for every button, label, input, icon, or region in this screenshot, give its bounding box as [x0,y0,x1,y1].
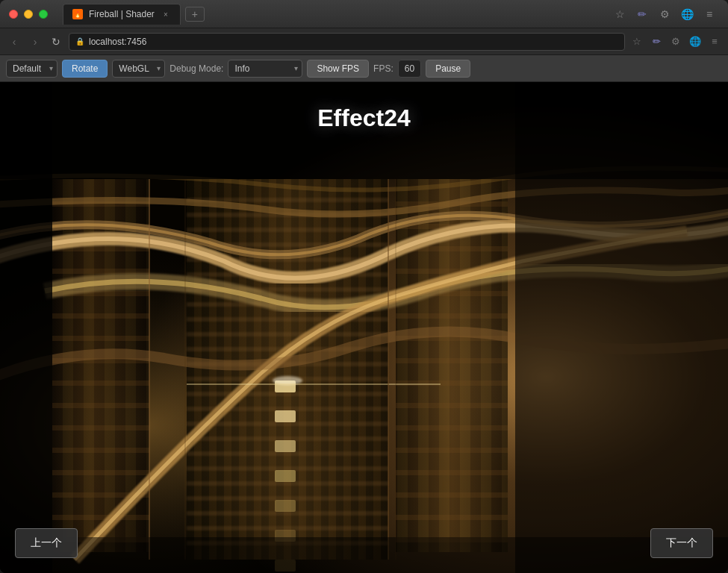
new-tab-button[interactable]: + [185,7,205,22]
addressbar: ‹ › ↻ 🔒 localhost:7456 ☆ ✏ ⚙ 🌐 ≡ [0,28,728,55]
globe-icon[interactable]: 🌐 [677,6,697,22]
debug-mode-label: Debug Mode: [169,63,223,74]
svg-rect-70 [275,410,296,422]
webgl-select-wrapper: WebGL [112,60,165,78]
svg-rect-40 [52,269,149,274]
extension-icon1[interactable]: ✏ [649,34,664,49]
browser-window: 🔥 Fireball | Shader × + ☆ ✏ ⚙ 🌐 ≡ ‹ › ↻ … [0,0,728,573]
active-tab[interactable]: 🔥 Fireball | Shader × [63,4,181,25]
effect-title: Effect24 [0,104,728,132]
svg-rect-67 [396,515,508,520]
toolbar: Default Rotate WebGL Debug Mode: Info No… [0,55,728,82]
forward-button[interactable]: › [27,34,43,50]
close-button[interactable] [9,10,18,19]
pause-button[interactable]: Pause [426,60,470,78]
url-text: localhost:7456 [89,37,618,47]
svg-rect-43 [52,336,149,341]
debug-mode-select-wrapper: Info None Wireframe [228,60,302,78]
svg-rect-73 [275,500,296,512]
prev-button[interactable]: 上一个 [15,528,78,558]
svg-rect-60 [396,358,508,363]
back-button[interactable]: ‹ [6,34,22,50]
svg-rect-47 [52,425,149,430]
traffic-lights [9,10,48,19]
minimize-button[interactable] [24,10,33,19]
svg-rect-84 [0,82,52,573]
window-controls: ☆ ✏ ⚙ 🌐 ≡ [610,6,719,22]
fps-label: FPS: [373,63,393,74]
svg-rect-61 [396,381,508,386]
show-fps-button[interactable]: Show FPS [307,60,369,78]
svg-rect-48 [52,448,149,453]
debug-mode-select[interactable]: Info None Wireframe [228,60,302,78]
menu-icon[interactable]: ≡ [700,6,719,22]
svg-rect-71 [275,440,296,452]
default-select[interactable]: Default [6,60,57,78]
bookmark-icon[interactable]: ☆ [610,6,629,22]
default-select-wrapper: Default [6,60,57,78]
tab-favicon: 🔥 [72,9,83,19]
tab-close-btn[interactable]: × [161,9,171,19]
shader-visualization [0,82,728,573]
next-button[interactable]: 下一个 [650,528,713,558]
svg-rect-66 [396,492,508,498]
fps-value: 60 [398,60,421,78]
svg-point-76 [273,376,302,385]
address-bar[interactable]: 🔒 localhost:7456 [69,33,625,51]
svg-rect-63 [396,425,508,430]
refresh-button[interactable]: ↻ [48,34,64,50]
lock-icon: 🔒 [75,37,84,46]
star-icon[interactable]: ☆ [629,34,644,49]
svg-rect-62 [396,403,508,408]
svg-rect-51 [52,515,149,520]
svg-rect-58 [396,313,508,319]
svg-rect-15 [187,228,388,232]
gear-icon[interactable]: ⚙ [655,6,674,22]
svg-rect-21 [187,317,388,322]
webgl-select[interactable]: WebGL [112,60,165,78]
hamburger-icon[interactable]: ≡ [707,34,722,49]
pencil-icon[interactable]: ✏ [632,6,652,22]
svg-rect-72 [275,470,296,482]
extension-icon3[interactable]: 🌐 [688,34,703,49]
svg-rect-46 [52,403,149,408]
maximize-button[interactable] [39,10,48,19]
svg-rect-22 [187,332,388,336]
svg-rect-42 [52,313,149,319]
svg-rect-85 [515,82,728,573]
svg-rect-45 [52,381,149,386]
svg-rect-65 [396,470,508,475]
tab-bar: 🔥 Fireball | Shader × + [63,4,610,25]
browser-action-icons: ☆ ✏ ⚙ 🌐 ≡ [629,34,722,49]
svg-rect-64 [396,448,508,453]
tab-title: Fireball | Shader [89,9,155,19]
titlebar: 🔥 Fireball | Shader × + ☆ ✏ ⚙ 🌐 ≡ [0,0,728,28]
canvas-area: Effect24 [0,82,728,573]
extension-icon2[interactable]: ⚙ [668,34,683,49]
rotate-button[interactable]: Rotate [62,60,108,78]
svg-rect-49 [52,470,149,475]
